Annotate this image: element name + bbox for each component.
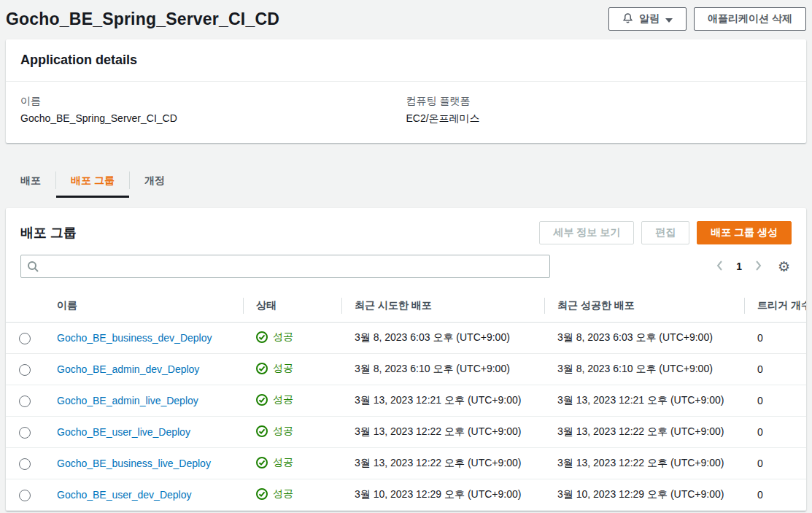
trigger-count-value: 0 — [757, 489, 763, 501]
last-succeeded-value: 3월 8, 2023 6:10 오후 (UTC+9:00) — [557, 363, 713, 374]
settings-button[interactable]: ⚙ — [776, 258, 792, 275]
tab-revisions[interactable]: 개정 — [130, 165, 179, 198]
application-details-card: Application details 이름 Gocho_BE_Spring_S… — [6, 39, 806, 143]
tab-deployment-groups[interactable]: 배포 그룹 — [56, 165, 129, 198]
last-succeeded-value: 3월 13, 2023 12:22 오후 (UTC+9:00) — [557, 457, 724, 468]
status-badge: 성공 — [256, 393, 293, 406]
select-column-header — [6, 290, 44, 323]
page-header: Gocho_BE_Spring_Server_CI_CD 알림 애플리케이션 삭… — [0, 0, 812, 39]
row-select-radio[interactable] — [19, 427, 31, 439]
success-check-icon — [256, 457, 268, 468]
deployment-group-link[interactable]: Gocho_BE_business_dev_Deploy — [57, 332, 212, 344]
deployment-group-link[interactable]: Gocho_BE_admin_live_Deploy — [57, 395, 198, 406]
deployment-group-link[interactable]: Gocho_BE_business_live_Deploy — [57, 458, 211, 469]
last-attempted-value: 3월 10, 2023 12:29 오후 (UTC+9:00) — [355, 488, 521, 500]
search-box — [20, 255, 550, 278]
deployment-groups-actions: 세부 정보 보기 편집 배포 그룹 생성 — [539, 221, 792, 244]
application-details-title: Application details — [6, 39, 806, 82]
view-details-button[interactable]: 세부 정보 보기 — [539, 221, 634, 244]
status-badge: 성공 — [256, 362, 293, 375]
table-row[interactable]: Gocho_BE_business_dev_Deploy 성공 3월 8, 20… — [6, 323, 806, 354]
application-name-value: Gocho_BE_Spring_Server_CI_CD — [20, 112, 406, 124]
search-input[interactable] — [20, 255, 550, 278]
deployment-group-link[interactable]: Gocho_BE_user_dev_Deploy — [57, 489, 191, 501]
table-header-row: 이름 상태 최근 시도한 배포 최근 성공한 배포 트리거 개수 — [6, 290, 806, 323]
compute-platform-value: EC2/온프레미스 — [406, 112, 792, 126]
application-details-body: 이름 Gocho_BE_Spring_Server_CI_CD 컴퓨팅 플랫폼 … — [6, 82, 806, 143]
status-label: 성공 — [273, 393, 293, 406]
table-row[interactable]: Gocho_BE_user_live_Deploy 성공 3월 13, 2023… — [6, 417, 806, 448]
last-succeeded-value: 3월 8, 2023 6:03 오후 (UTC+9:00) — [557, 331, 713, 343]
status-label: 성공 — [273, 456, 293, 469]
delete-application-button[interactable]: 애플리케이션 삭제 — [694, 7, 806, 31]
column-header-status: 상태 — [243, 290, 341, 323]
status-label: 성공 — [273, 487, 293, 501]
last-succeeded-value: 3월 10, 2023 12:29 오후 (UTC+9:00) — [557, 488, 724, 500]
last-succeeded-value: 3월 13, 2023 12:22 오후 (UTC+9:00) — [557, 425, 724, 437]
tab-bar: 배포 배포 그룹 개정 — [6, 165, 806, 198]
table-row[interactable]: Gocho_BE_admin_dev_Deploy 성공 3월 8, 2023 … — [6, 354, 806, 385]
table-row[interactable]: Gocho_BE_user_dev_Deploy 성공 3월 10, 2023 … — [6, 479, 806, 511]
status-badge: 성공 — [256, 487, 293, 501]
trigger-count-value: 0 — [757, 426, 763, 438]
previous-page-button[interactable] — [715, 259, 724, 274]
trigger-count-value: 0 — [757, 458, 763, 469]
column-header-last-attempted: 최근 시도한 배포 — [341, 290, 544, 323]
view-details-button-label: 세부 정보 보기 — [553, 226, 620, 239]
search-icon — [27, 261, 39, 275]
caret-down-icon — [665, 13, 673, 25]
success-check-icon — [256, 394, 268, 406]
status-label: 성공 — [273, 331, 293, 344]
chevron-left-icon — [716, 262, 723, 273]
row-select-radio[interactable] — [19, 490, 31, 501]
notifications-button[interactable]: 알림 — [608, 7, 687, 31]
status-label: 성공 — [273, 362, 293, 375]
row-select-radio[interactable] — [19, 458, 31, 470]
create-deployment-group-button[interactable]: 배포 그룹 생성 — [697, 221, 792, 244]
current-page-number[interactable]: 1 — [736, 261, 742, 272]
application-name-field: 이름 Gocho_BE_Spring_Server_CI_CD — [20, 95, 406, 126]
table-row[interactable]: Gocho_BE_admin_live_Deploy 성공 3월 13, 202… — [6, 385, 806, 417]
row-select-radio[interactable] — [19, 396, 31, 407]
deployment-group-link[interactable]: Gocho_BE_user_live_Deploy — [57, 426, 190, 438]
header-actions: 알림 애플리케이션 삭제 — [608, 7, 806, 31]
last-succeeded-value: 3월 13, 2023 12:21 오후 (UTC+9:00) — [557, 394, 724, 406]
compute-platform-field: 컴퓨팅 플랫폼 EC2/온프레미스 — [406, 95, 792, 126]
column-header-name: 이름 — [44, 290, 243, 323]
success-check-icon — [256, 363, 268, 374]
toolbar-right: 1 ⚙ — [715, 258, 792, 275]
chevron-right-icon — [755, 262, 762, 273]
row-select-radio[interactable] — [19, 333, 31, 344]
status-badge: 성공 — [256, 425, 293, 438]
edit-button[interactable]: 편집 — [641, 221, 689, 244]
edit-button-label: 편집 — [655, 226, 676, 239]
next-page-button[interactable] — [754, 259, 763, 274]
last-attempted-value: 3월 8, 2023 6:10 오후 (UTC+9:00) — [355, 363, 510, 374]
create-deployment-group-button-label: 배포 그룹 생성 — [711, 226, 778, 239]
column-header-trigger-count: 트리거 개수 — [744, 290, 806, 323]
bell-icon — [622, 12, 633, 26]
last-attempted-value: 3월 13, 2023 12:21 오후 (UTC+9:00) — [355, 394, 521, 406]
application-name-label: 이름 — [20, 95, 406, 108]
success-check-icon — [256, 331, 268, 343]
tab-deployments[interactable]: 배포 — [6, 165, 55, 198]
deployment-groups-title: 배포 그룹 — [20, 224, 77, 242]
status-badge: 성공 — [256, 331, 293, 344]
table-toolbar: 1 ⚙ — [6, 255, 806, 290]
last-attempted-value: 3월 8, 2023 6:03 오후 (UTC+9:00) — [355, 331, 510, 343]
status-label: 성공 — [273, 425, 293, 438]
deployment-group-link[interactable]: Gocho_BE_admin_dev_Deploy — [57, 363, 199, 375]
last-attempted-value: 3월 13, 2023 12:22 오후 (UTC+9:00) — [355, 457, 521, 468]
deployment-groups-table: 이름 상태 최근 시도한 배포 최근 성공한 배포 트리거 개수 Gocho_B… — [6, 290, 806, 511]
deployment-groups-header: 배포 그룹 세부 정보 보기 편집 배포 그룹 생성 — [6, 208, 806, 255]
column-header-last-succeeded: 최근 성공한 배포 — [544, 290, 744, 323]
notifications-button-label: 알림 — [639, 12, 660, 26]
last-attempted-value: 3월 13, 2023 12:22 오후 (UTC+9:00) — [355, 425, 521, 437]
deployment-groups-card: 배포 그룹 세부 정보 보기 편집 배포 그룹 생성 — [6, 208, 806, 511]
success-check-icon — [256, 488, 268, 500]
row-select-radio[interactable] — [19, 364, 31, 376]
compute-platform-label: 컴퓨팅 플랫폼 — [406, 95, 792, 108]
success-check-icon — [256, 425, 268, 437]
table-row[interactable]: Gocho_BE_business_live_Deploy 성공 3월 13, … — [6, 448, 806, 479]
pagination: 1 — [715, 259, 763, 274]
